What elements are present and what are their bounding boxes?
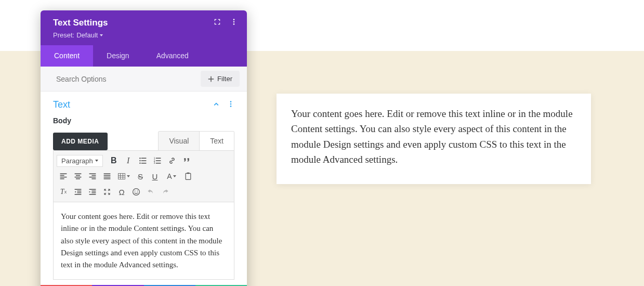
svg-rect-47 bbox=[91, 192, 96, 193]
svg-rect-31 bbox=[104, 175, 111, 176]
collapse-icon[interactable] bbox=[213, 100, 220, 110]
svg-rect-28 bbox=[89, 177, 96, 178]
svg-point-50 bbox=[135, 191, 136, 192]
text-section: Text Body ADD MEDIA Visual Text Paragra bbox=[41, 92, 247, 285]
svg-rect-22 bbox=[75, 173, 82, 174]
svg-rect-18 bbox=[60, 173, 67, 174]
outdent-icon[interactable] bbox=[71, 185, 85, 199]
svg-rect-19 bbox=[60, 175, 64, 176]
align-justify-icon[interactable] bbox=[100, 170, 114, 183]
svg-text:3: 3 bbox=[154, 162, 155, 164]
align-right-icon[interactable] bbox=[86, 170, 99, 183]
svg-rect-26 bbox=[89, 173, 96, 174]
tab-advanced[interactable]: Advanced bbox=[143, 45, 202, 67]
blockquote-icon[interactable] bbox=[180, 154, 193, 167]
tab-design[interactable]: Design bbox=[93, 45, 143, 67]
svg-point-49 bbox=[133, 189, 140, 196]
svg-rect-44 bbox=[75, 194, 82, 195]
settings-panel: Text Settings Preset: Default Content De… bbox=[41, 10, 247, 286]
search-row: Filter bbox=[41, 67, 247, 92]
svg-point-0 bbox=[233, 19, 235, 20]
svg-rect-46 bbox=[91, 191, 96, 192]
underline-icon[interactable]: U bbox=[148, 170, 162, 183]
special-character-icon[interactable]: Ω bbox=[115, 185, 128, 199]
chevron-down-icon bbox=[95, 160, 98, 162]
svg-rect-21 bbox=[60, 178, 64, 179]
svg-rect-34 bbox=[119, 173, 125, 179]
svg-rect-23 bbox=[76, 175, 80, 176]
paragraph-format-dropdown[interactable]: Paragraph bbox=[57, 155, 103, 167]
italic-icon[interactable]: I bbox=[122, 154, 135, 167]
svg-point-6 bbox=[139, 158, 140, 159]
svg-point-4 bbox=[230, 103, 232, 105]
preset-selector[interactable]: Preset: Default bbox=[53, 31, 238, 39]
svg-rect-13 bbox=[156, 158, 161, 159]
undo-icon[interactable] bbox=[144, 185, 157, 199]
svg-rect-30 bbox=[104, 173, 111, 174]
svg-rect-11 bbox=[141, 163, 147, 164]
editor-toolbar: Paragraph B I 123 S U A bbox=[53, 150, 234, 202]
preview-text[interactable]: Your content goes here. Edit or remove t… bbox=[291, 106, 576, 167]
indent-icon[interactable] bbox=[86, 185, 99, 199]
svg-rect-32 bbox=[104, 177, 111, 178]
filter-button[interactable]: Filter bbox=[201, 71, 240, 87]
section-title: Text bbox=[53, 99, 70, 110]
redo-icon[interactable] bbox=[159, 185, 172, 199]
paste-icon[interactable] bbox=[181, 170, 195, 183]
svg-rect-24 bbox=[75, 177, 82, 178]
bold-icon[interactable]: B bbox=[107, 154, 121, 167]
body-label: Body bbox=[53, 116, 234, 125]
editor-tab-visual[interactable]: Visual bbox=[159, 132, 199, 150]
svg-rect-42 bbox=[77, 191, 81, 192]
editor-tab-text[interactable]: Text bbox=[199, 132, 234, 150]
svg-point-1 bbox=[233, 21, 235, 23]
svg-point-8 bbox=[139, 160, 140, 161]
emoji-icon[interactable] bbox=[129, 185, 143, 199]
numbered-list-icon[interactable]: 123 bbox=[151, 154, 164, 167]
more-menu-icon[interactable] bbox=[230, 18, 238, 28]
svg-point-2 bbox=[233, 23, 235, 25]
svg-rect-20 bbox=[60, 177, 67, 178]
svg-point-3 bbox=[230, 101, 232, 102]
svg-rect-41 bbox=[75, 189, 82, 190]
align-center-icon[interactable] bbox=[71, 170, 85, 183]
svg-rect-40 bbox=[187, 173, 190, 174]
svg-point-51 bbox=[137, 191, 138, 192]
panel-header: Text Settings Preset: Default bbox=[41, 10, 247, 45]
link-icon[interactable] bbox=[165, 154, 179, 167]
clear-formatting-icon[interactable]: Tx bbox=[57, 185, 70, 199]
svg-rect-33 bbox=[104, 178, 111, 179]
svg-rect-25 bbox=[76, 178, 80, 179]
svg-rect-43 bbox=[77, 192, 81, 193]
svg-rect-17 bbox=[156, 163, 161, 164]
section-menu-icon[interactable] bbox=[227, 100, 234, 110]
text-color-icon[interactable]: A bbox=[163, 170, 180, 183]
svg-rect-29 bbox=[91, 178, 96, 179]
svg-rect-48 bbox=[89, 194, 96, 195]
align-left-icon[interactable] bbox=[57, 170, 70, 183]
svg-point-5 bbox=[230, 106, 232, 107]
svg-point-10 bbox=[139, 163, 140, 164]
strikethrough-icon[interactable]: S bbox=[134, 170, 147, 183]
fullscreen-icon[interactable] bbox=[100, 185, 114, 199]
svg-rect-7 bbox=[141, 158, 147, 159]
content-preview: Your content goes here. Edit or remove t… bbox=[277, 94, 591, 184]
table-icon[interactable] bbox=[115, 170, 133, 183]
tab-content[interactable]: Content bbox=[41, 45, 93, 67]
expand-icon[interactable] bbox=[214, 18, 221, 28]
svg-rect-39 bbox=[186, 173, 191, 179]
chevron-down-icon bbox=[100, 34, 103, 36]
editor-mode-tabs: Visual Text bbox=[158, 131, 234, 150]
panel-title: Text Settings bbox=[53, 18, 108, 28]
settings-tabs: Content Design Advanced bbox=[41, 45, 247, 67]
search-input[interactable] bbox=[41, 68, 201, 90]
add-media-button[interactable]: ADD MEDIA bbox=[53, 133, 108, 150]
bullet-list-icon[interactable] bbox=[136, 154, 150, 167]
svg-rect-15 bbox=[156, 160, 161, 161]
svg-rect-27 bbox=[91, 175, 96, 176]
svg-rect-9 bbox=[141, 160, 147, 161]
editor-content-area[interactable]: Your content goes here. Edit or remove t… bbox=[53, 202, 234, 280]
svg-rect-45 bbox=[89, 189, 96, 190]
